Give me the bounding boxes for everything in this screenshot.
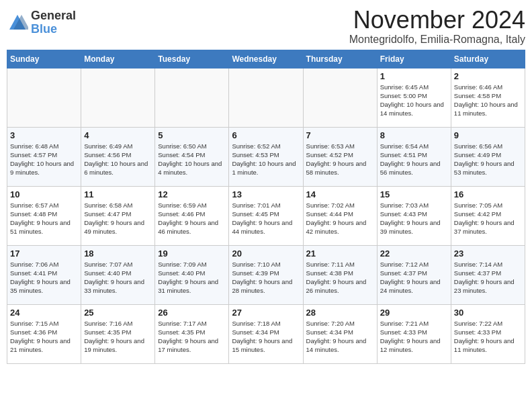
calendar-cell: 1Sunrise: 6:45 AM Sunset: 5:00 PM Daylig…: [377, 68, 451, 127]
day-info: Sunrise: 7:07 AM Sunset: 4:40 PM Dayligh…: [84, 260, 152, 295]
header-tuesday: Tuesday: [155, 50, 229, 68]
calendar-cell: 27Sunrise: 7:18 AM Sunset: 4:34 PM Dayli…: [229, 304, 303, 363]
header-thursday: Thursday: [303, 50, 377, 68]
calendar-week-2: 3Sunrise: 6:48 AM Sunset: 4:57 PM Daylig…: [7, 127, 525, 186]
calendar-cell: 25Sunrise: 7:16 AM Sunset: 4:35 PM Dayli…: [81, 304, 155, 363]
day-number: 2: [454, 71, 522, 81]
day-info: Sunrise: 6:56 AM Sunset: 4:49 PM Dayligh…: [454, 142, 522, 177]
calendar-cell: 6Sunrise: 6:52 AM Sunset: 4:53 PM Daylig…: [229, 127, 303, 186]
calendar-cell: 16Sunrise: 7:05 AM Sunset: 4:42 PM Dayli…: [451, 186, 525, 245]
day-number: 7: [306, 130, 374, 140]
calendar-cell: 30Sunrise: 7:22 AM Sunset: 4:33 PM Dayli…: [451, 304, 525, 363]
day-number: 25: [84, 308, 152, 318]
day-info: Sunrise: 7:10 AM Sunset: 4:39 PM Dayligh…: [232, 260, 300, 295]
calendar-cell: 9Sunrise: 6:56 AM Sunset: 4:49 PM Daylig…: [451, 127, 525, 186]
header-monday: Monday: [81, 50, 155, 68]
calendar-cell: 19Sunrise: 7:09 AM Sunset: 4:40 PM Dayli…: [155, 245, 229, 304]
day-info: Sunrise: 7:15 AM Sunset: 4:36 PM Dayligh…: [10, 319, 78, 355]
calendar-cell: [303, 68, 377, 127]
header-friday: Friday: [377, 50, 451, 68]
calendar-cell: 15Sunrise: 7:03 AM Sunset: 4:43 PM Dayli…: [377, 186, 451, 245]
calendar-cell: 28Sunrise: 7:20 AM Sunset: 4:34 PM Dayli…: [303, 304, 377, 363]
day-info: Sunrise: 7:06 AM Sunset: 4:41 PM Dayligh…: [10, 260, 78, 295]
day-info: Sunrise: 6:57 AM Sunset: 4:48 PM Dayligh…: [10, 201, 78, 236]
day-number: 5: [158, 130, 226, 140]
day-info: Sunrise: 7:17 AM Sunset: 4:35 PM Dayligh…: [158, 319, 226, 355]
day-number: 13: [232, 189, 300, 199]
day-number: 20: [232, 248, 300, 259]
page-header: General Blue November 2024 Montegridolfo…: [7, 7, 525, 46]
day-info: Sunrise: 7:09 AM Sunset: 4:40 PM Dayligh…: [158, 260, 226, 295]
day-info: Sunrise: 6:58 AM Sunset: 4:47 PM Dayligh…: [84, 201, 152, 236]
day-info: Sunrise: 6:48 AM Sunset: 4:57 PM Dayligh…: [10, 142, 78, 177]
calendar-cell: 23Sunrise: 7:14 AM Sunset: 4:37 PM Dayli…: [451, 245, 525, 304]
day-number: 17: [10, 248, 78, 259]
calendar-cell: 18Sunrise: 7:07 AM Sunset: 4:40 PM Dayli…: [81, 245, 155, 304]
calendar-cell: 11Sunrise: 6:58 AM Sunset: 4:47 PM Dayli…: [81, 186, 155, 245]
header-sunday: Sunday: [7, 50, 81, 68]
calendar-week-4: 17Sunrise: 7:06 AM Sunset: 4:41 PM Dayli…: [7, 245, 525, 304]
day-info: Sunrise: 7:02 AM Sunset: 4:44 PM Dayligh…: [306, 201, 374, 236]
location-title: Montegridolfo, Emilia-Romagna, Italy: [349, 34, 525, 46]
day-info: Sunrise: 7:03 AM Sunset: 4:43 PM Dayligh…: [380, 201, 448, 236]
calendar-cell: 17Sunrise: 7:06 AM Sunset: 4:41 PM Dayli…: [7, 245, 81, 304]
day-number: 4: [84, 130, 152, 140]
day-info: Sunrise: 6:50 AM Sunset: 4:54 PM Dayligh…: [158, 142, 226, 177]
day-number: 29: [380, 308, 448, 318]
header-wednesday: Wednesday: [229, 50, 303, 68]
calendar-cell: [155, 68, 229, 127]
day-number: 10: [10, 189, 78, 199]
month-title: November 2024: [349, 7, 525, 34]
day-number: 23: [454, 248, 522, 259]
logo-icon: [7, 12, 28, 34]
day-info: Sunrise: 7:18 AM Sunset: 4:34 PM Dayligh…: [232, 319, 300, 355]
day-number: 15: [380, 189, 448, 199]
calendar-cell: 8Sunrise: 6:54 AM Sunset: 4:51 PM Daylig…: [377, 127, 451, 186]
calendar-cell: 5Sunrise: 6:50 AM Sunset: 4:54 PM Daylig…: [155, 127, 229, 186]
calendar-cell: 2Sunrise: 6:46 AM Sunset: 4:58 PM Daylig…: [451, 68, 525, 127]
day-number: 6: [232, 130, 300, 140]
day-number: 9: [454, 130, 522, 140]
calendar-cell: 10Sunrise: 6:57 AM Sunset: 4:48 PM Dayli…: [7, 186, 81, 245]
day-info: Sunrise: 6:53 AM Sunset: 4:52 PM Dayligh…: [306, 142, 374, 177]
day-info: Sunrise: 7:12 AM Sunset: 4:37 PM Dayligh…: [380, 260, 448, 295]
calendar-cell: 29Sunrise: 7:21 AM Sunset: 4:33 PM Dayli…: [377, 304, 451, 363]
day-number: 8: [380, 130, 448, 140]
calendar-cell: 7Sunrise: 6:53 AM Sunset: 4:52 PM Daylig…: [303, 127, 377, 186]
calendar-cell: 24Sunrise: 7:15 AM Sunset: 4:36 PM Dayli…: [7, 304, 81, 363]
logo-general-text: General: [31, 9, 76, 23]
day-info: Sunrise: 6:46 AM Sunset: 4:58 PM Dayligh…: [454, 83, 522, 118]
day-info: Sunrise: 7:22 AM Sunset: 4:33 PM Dayligh…: [454, 319, 522, 355]
calendar-cell: 3Sunrise: 6:48 AM Sunset: 4:57 PM Daylig…: [7, 127, 81, 186]
day-number: 30: [454, 308, 522, 318]
day-info: Sunrise: 7:14 AM Sunset: 4:37 PM Dayligh…: [454, 260, 522, 295]
day-info: Sunrise: 6:59 AM Sunset: 4:46 PM Dayligh…: [158, 201, 226, 236]
day-number: 28: [306, 308, 374, 318]
day-number: 27: [232, 308, 300, 318]
day-info: Sunrise: 7:11 AM Sunset: 4:38 PM Dayligh…: [306, 260, 374, 295]
calendar-week-5: 24Sunrise: 7:15 AM Sunset: 4:36 PM Dayli…: [7, 304, 525, 363]
logo: General Blue: [7, 7, 76, 36]
calendar-cell: 20Sunrise: 7:10 AM Sunset: 4:39 PM Dayli…: [229, 245, 303, 304]
calendar-table: SundayMondayTuesdayWednesdayThursdayFrid…: [7, 50, 525, 364]
day-info: Sunrise: 7:05 AM Sunset: 4:42 PM Dayligh…: [454, 201, 522, 236]
day-info: Sunrise: 7:01 AM Sunset: 4:45 PM Dayligh…: [232, 201, 300, 236]
calendar-cell: [7, 68, 81, 127]
calendar-cell: 22Sunrise: 7:12 AM Sunset: 4:37 PM Dayli…: [377, 245, 451, 304]
day-number: 26: [158, 308, 226, 318]
day-number: 12: [158, 189, 226, 199]
calendar-cell: 13Sunrise: 7:01 AM Sunset: 4:45 PM Dayli…: [229, 186, 303, 245]
day-number: 3: [10, 130, 78, 140]
day-number: 1: [380, 71, 448, 81]
day-info: Sunrise: 7:20 AM Sunset: 4:34 PM Dayligh…: [306, 319, 374, 355]
day-number: 16: [454, 189, 522, 199]
day-info: Sunrise: 7:21 AM Sunset: 4:33 PM Dayligh…: [380, 319, 448, 355]
calendar-header-row: SundayMondayTuesdayWednesdayThursdayFrid…: [7, 50, 525, 68]
day-number: 24: [10, 308, 78, 318]
day-number: 21: [306, 248, 374, 259]
day-number: 18: [84, 248, 152, 259]
calendar-week-1: 1Sunrise: 6:45 AM Sunset: 5:00 PM Daylig…: [7, 68, 525, 127]
day-info: Sunrise: 7:16 AM Sunset: 4:35 PM Dayligh…: [84, 319, 152, 355]
day-number: 11: [84, 189, 152, 199]
calendar-cell: 26Sunrise: 7:17 AM Sunset: 4:35 PM Dayli…: [155, 304, 229, 363]
